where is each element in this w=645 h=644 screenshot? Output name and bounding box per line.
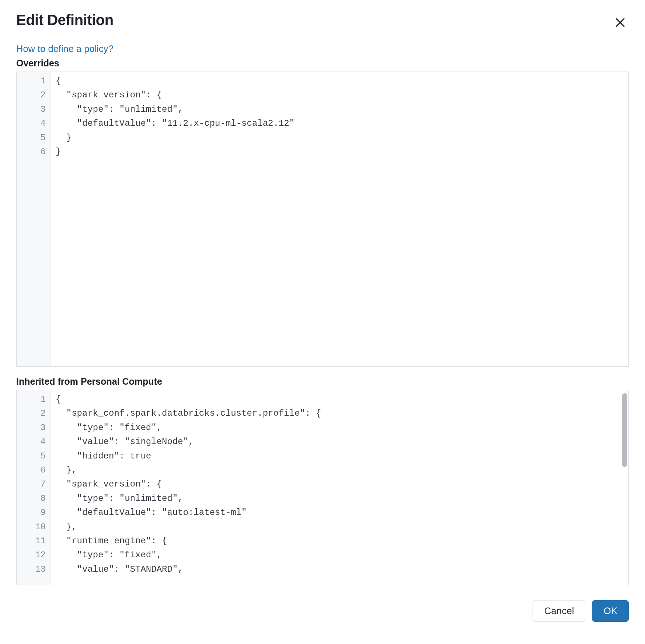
scrollbar-thumb[interactable]: [622, 393, 627, 467]
dialog-title: Edit Definition: [16, 11, 114, 29]
edit-definition-dialog: Edit Definition How to define a policy? …: [0, 0, 645, 638]
overrides-editor[interactable]: 1 2 3 4 5 6 { "spark_version": { "type":…: [16, 72, 629, 367]
inherited-code: { "spark_conf.spark.databricks.cluster.p…: [50, 390, 628, 585]
inherited-editor: 1 2 3 4 5 6 7 8 9 10 11 12 13 { "spark_c…: [16, 390, 629, 585]
overrides-code[interactable]: { "spark_version": { "type": "unlimited"…: [50, 72, 628, 366]
dialog-header: Edit Definition: [16, 11, 629, 44]
overrides-gutter: 1 2 3 4 5 6: [17, 72, 50, 366]
cancel-button[interactable]: Cancel: [533, 600, 585, 622]
ok-button[interactable]: OK: [592, 600, 629, 622]
inherited-label: Inherited from Personal Compute: [16, 376, 629, 387]
dialog-footer: Cancel OK: [16, 585, 629, 622]
overrides-label: Overrides: [16, 58, 629, 69]
close-icon: [615, 17, 626, 28]
inherited-gutter: 1 2 3 4 5 6 7 8 9 10 11 12 13: [17, 390, 50, 585]
close-button[interactable]: [612, 14, 629, 31]
help-link[interactable]: How to define a policy?: [16, 44, 114, 54]
